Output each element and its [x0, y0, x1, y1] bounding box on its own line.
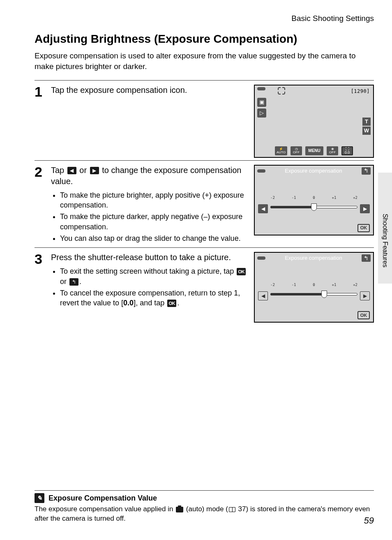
- back-button[interactable]: ↰: [362, 167, 371, 175]
- lcd-title: Exposure compensation: [268, 167, 359, 175]
- macro-off-icon[interactable]: ❀OFF: [327, 146, 338, 155]
- playback-mode-icon[interactable]: ▷: [257, 108, 266, 118]
- back-icon: ↰: [69, 278, 78, 286]
- step-2-bullet-3: You can also tap or drag the slider to c…: [60, 233, 248, 243]
- flash-auto-icon[interactable]: ⚡AUTO: [275, 146, 287, 155]
- step-3-number: 3: [35, 252, 46, 266]
- ok-icon: OK: [167, 300, 176, 307]
- exposure-slider[interactable]: -2-10+1+2: [270, 290, 357, 302]
- footnote-text: The exposure compensation value applied …: [35, 505, 374, 524]
- lcd-screen-2: Exposure compensation ↰ ◀ -2-10+1+2 ▶: [254, 165, 374, 235]
- ok-icon: OK: [237, 268, 246, 275]
- shoot-mode-icon[interactable]: ▣: [257, 98, 266, 107]
- step-1-number: 1: [35, 85, 46, 99]
- shot-counter: [1290]: [351, 88, 370, 95]
- left-arrow-icon: ◀: [67, 167, 76, 174]
- ok-button[interactable]: OK: [357, 224, 370, 232]
- camera-icon: [176, 507, 183, 512]
- right-arrow-icon: ▶: [90, 167, 99, 174]
- decrease-arrow[interactable]: ◀: [258, 291, 268, 300]
- exposure-slider[interactable]: -2-10+1+2: [270, 203, 357, 215]
- header-section-label: Basic Shooting Settings: [35, 13, 374, 24]
- lcd-screen-3: Exposure compensation ↰ ◀ -2-10+1+2 ▶: [254, 252, 374, 323]
- increase-arrow[interactable]: ▶: [360, 291, 370, 300]
- battery-icon: [257, 256, 265, 260]
- intro-paragraph: Exposure compensation is used to alter e…: [35, 51, 374, 72]
- step-1: 1 Tap the exposure compensation icon. [1…: [35, 85, 374, 158]
- footnote: ✎ Exposure Compensation Value The exposu…: [35, 490, 374, 524]
- step-2-bullet-1: To make the picture brighter, apply posi…: [60, 190, 248, 210]
- slider-thumb[interactable]: [311, 203, 317, 211]
- zoom-tele-icon[interactable]: T: [362, 118, 371, 126]
- decrease-arrow[interactable]: ◀: [258, 204, 268, 213]
- menu-button[interactable]: MENU: [305, 146, 323, 155]
- page-ref-icon: [229, 507, 235, 512]
- footnote-heading: Exposure Compensation Value: [48, 493, 157, 503]
- step-3-bullet-2: To cancel the exposure compensation, ret…: [60, 288, 248, 308]
- slider-thumb[interactable]: [321, 291, 327, 298]
- divider: [35, 80, 374, 81]
- step-3: 3 Press the shutter-release button to ta…: [35, 252, 374, 323]
- page-title: Adjusting Brightness (Exposure Compensat…: [35, 31, 374, 47]
- step-1-heading: Tap the exposure compensation icon.: [51, 85, 248, 96]
- step-2: 2 Tap ◀ or ▶ to change the exposure comp…: [35, 165, 374, 245]
- step-2-bullet-2: To make the picture darker, apply negati…: [60, 212, 248, 232]
- slider-ticks: -2-10+1+2: [270, 282, 357, 287]
- back-button[interactable]: ↰: [362, 254, 371, 262]
- zoom-wide-icon[interactable]: W: [362, 127, 371, 135]
- step-3-heading: Press the shutter-release button to take…: [51, 252, 248, 263]
- ok-button[interactable]: OK: [357, 311, 370, 319]
- focus-area-icon: [278, 87, 285, 95]
- side-section-label: Shooting Features: [380, 214, 390, 268]
- lcd-title: Exposure compensation: [268, 254, 359, 262]
- battery-icon: [257, 169, 265, 173]
- page-number: 59: [364, 515, 374, 527]
- lcd-screen-1: [1290] ▣ ▷ T W ⚡AUTO ◷OFF MENU ❀OFF ⛶0.0: [254, 85, 374, 158]
- selftimer-off-icon[interactable]: ◷OFF: [291, 146, 302, 155]
- step-3-bullet-1: To exit the setting screen without takin…: [60, 266, 248, 286]
- note-icon: ✎: [35, 493, 44, 503]
- increase-arrow[interactable]: ▶: [360, 204, 370, 213]
- step-2-heading: Tap ◀ or ▶ to change the exposure compen…: [51, 165, 248, 187]
- slider-ticks: -2-10+1+2: [270, 195, 357, 200]
- step-2-number: 2: [35, 165, 46, 179]
- battery-icon: [257, 87, 265, 90]
- divider: [35, 247, 374, 248]
- exposure-comp-icon[interactable]: ⛶0.0: [341, 146, 353, 155]
- divider: [35, 160, 374, 161]
